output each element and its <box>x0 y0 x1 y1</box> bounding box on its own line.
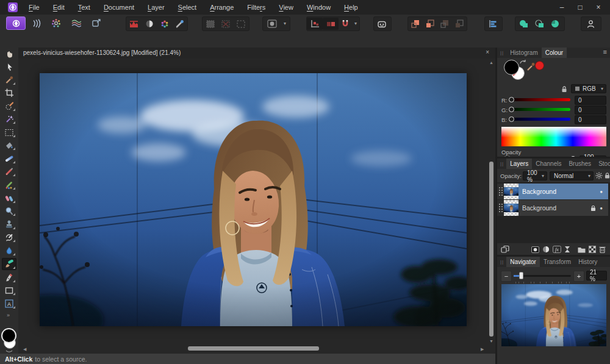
colour-mode-dropdown[interactable]: RGB ▾ <box>571 84 606 93</box>
tab-transform[interactable]: Transform <box>540 257 575 267</box>
maximize-button[interactable]: □ <box>572 1 588 13</box>
crop-tool[interactable] <box>2 87 16 99</box>
geometry-add-button[interactable] <box>515 18 531 30</box>
flood-fill-tool[interactable] <box>2 139 16 151</box>
group-layers-folder-icon[interactable] <box>578 246 586 253</box>
quick-mask-dropdown[interactable]: ▾ <box>281 18 289 30</box>
develop-persona-button[interactable] <box>46 17 66 29</box>
red-slider[interactable] <box>509 98 570 101</box>
panel-grip-icon[interactable]: || <box>500 161 504 166</box>
menu-file[interactable]: File <box>22 4 46 11</box>
move-forward-button[interactable] <box>423 18 437 30</box>
move-to-back-button[interactable] <box>452 18 467 30</box>
alignment-button[interactable] <box>485 18 501 30</box>
menu-help[interactable]: Help <box>337 4 365 11</box>
layers-opacity-dropdown[interactable]: 100 %▾ <box>523 171 547 180</box>
scroll-right-icon[interactable]: ▶ <box>481 347 484 352</box>
deselect-button[interactable] <box>218 18 233 30</box>
auto-contrast-button[interactable] <box>142 18 157 30</box>
adjustment-layer-icon[interactable] <box>542 246 550 253</box>
layer-thumbnail[interactable] <box>504 184 518 199</box>
vertical-scrollbar[interactable] <box>489 162 493 337</box>
scroll-up-icon[interactable]: ▲ <box>489 60 493 65</box>
zoom-out-button[interactable]: − <box>501 271 512 282</box>
tab-stock[interactable]: Stock <box>595 159 610 169</box>
menu-edit[interactable]: Edit <box>46 4 71 11</box>
tone-mapping-persona-button[interactable] <box>66 17 86 29</box>
snapping-dropdown[interactable]: ▾ <box>352 18 359 30</box>
picked-colour-swatch[interactable] <box>535 61 544 70</box>
tools-overflow-icon[interactable]: » <box>7 312 10 318</box>
paint-brush-tool[interactable] <box>2 165 16 177</box>
layer-drag-handle[interactable] <box>497 200 504 216</box>
menu-text[interactable]: Text <box>71 4 97 11</box>
tab-history[interactable]: History <box>575 257 601 267</box>
liquify-persona-button[interactable] <box>26 17 46 29</box>
hourglass-icon[interactable] <box>564 246 570 253</box>
view-tool[interactable] <box>2 48 16 60</box>
close-button[interactable]: × <box>590 1 606 13</box>
move-backward-button[interactable] <box>437 18 452 30</box>
menu-document[interactable]: Document <box>97 4 141 11</box>
menu-select[interactable]: Select <box>171 4 204 11</box>
clone-brush-tool[interactable] <box>2 218 16 230</box>
rasterise-selection-button[interactable] <box>203 18 218 30</box>
blend-mode-dropdown[interactable]: Normal▾ <box>550 171 594 180</box>
delete-layer-trash-icon[interactable] <box>599 246 606 253</box>
blue-slider[interactable] <box>509 118 570 121</box>
close-tab-icon[interactable]: × <box>486 49 489 55</box>
primary-colour-swatch[interactable] <box>504 60 519 75</box>
mask-layer-icon[interactable] <box>531 246 539 253</box>
account-button[interactable] <box>581 18 600 30</box>
menu-filters[interactable]: Filters <box>240 4 272 11</box>
layer-lock-icon[interactable] <box>590 205 596 212</box>
tab-histogram[interactable]: Histogram <box>506 48 542 58</box>
geometry-subtract-button[interactable] <box>531 18 547 30</box>
quick-mask-button[interactable] <box>263 18 281 30</box>
marquee-select-tool[interactable] <box>2 126 16 138</box>
undo-brush-tool[interactable] <box>2 231 16 243</box>
scroll-down-icon[interactable]: ▼ <box>489 339 493 343</box>
zoom-in-button[interactable]: + <box>573 271 584 282</box>
layer-name[interactable]: Background <box>522 188 600 195</box>
green-slider[interactable] <box>509 108 570 111</box>
export-persona-button[interactable] <box>86 17 106 29</box>
foreground-swatch[interactable] <box>1 328 16 343</box>
green-value[interactable]: 0 <box>575 105 606 115</box>
gradient-tool[interactable] <box>2 152 16 165</box>
assistant-button[interactable] <box>374 18 390 30</box>
healing-brush-tool[interactable] <box>2 258 16 270</box>
minimize-button[interactable]: – <box>554 1 570 13</box>
panel-menu-icon[interactable]: ≡ <box>603 48 607 55</box>
zoom-value[interactable]: 21 % <box>586 271 607 280</box>
horizontal-scrollbar[interactable] <box>188 346 319 351</box>
tab-brushes[interactable]: Brushes <box>565 159 595 169</box>
artistic-text-tool[interactable]: A <box>2 298 16 310</box>
blue-slider-knob[interactable] <box>509 116 514 122</box>
geometry-divide-button[interactable] <box>547 18 563 30</box>
selection-outline-button[interactable] <box>233 18 248 30</box>
zoom-slider-knob[interactable] <box>519 272 523 279</box>
red-slider-knob[interactable] <box>509 97 514 102</box>
colour-replacement-brush-tool[interactable] <box>2 179 16 191</box>
new-pixel-layer-icon[interactable] <box>589 246 596 253</box>
menu-view[interactable]: View <box>272 4 300 11</box>
erase-brush-tool[interactable] <box>2 192 16 204</box>
layer-drag-handle[interactable] <box>497 184 504 199</box>
move-whole-pixels-button[interactable] <box>323 18 339 30</box>
snapping-button[interactable] <box>339 18 352 30</box>
lock-icon[interactable] <box>561 85 567 93</box>
colour-picker-tool[interactable] <box>2 74 16 86</box>
move-to-front-button[interactable] <box>408 18 423 30</box>
tab-colour[interactable]: Colour <box>542 48 567 58</box>
live-filter-fx-icon[interactable]: fx <box>553 246 561 253</box>
tab-navigator[interactable]: Navigator <box>506 257 540 267</box>
menu-window[interactable]: Window <box>300 4 337 11</box>
flood-select-tool[interactable] <box>2 113 16 125</box>
scroll-left-icon[interactable]: ◀ <box>23 347 26 352</box>
menu-arrange[interactable]: Arrange <box>203 4 240 11</box>
move-tool[interactable] <box>2 61 16 73</box>
layer-visibility-icon[interactable]: ● <box>600 205 603 211</box>
layer-name[interactable]: Background <box>522 204 590 212</box>
tab-layers[interactable]: Layers <box>506 159 532 169</box>
